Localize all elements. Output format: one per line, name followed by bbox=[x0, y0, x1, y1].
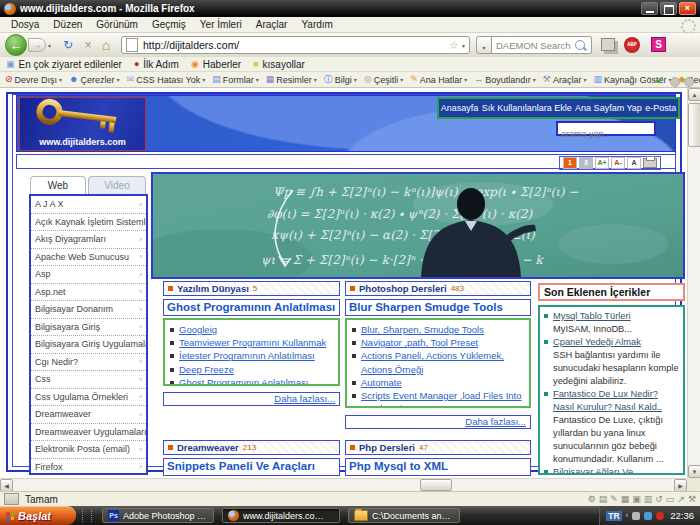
statusbar-icon[interactable]: ⚒ bbox=[688, 494, 696, 504]
sidebar-category-item[interactable]: Bilgisayara Giriş › bbox=[31, 319, 146, 337]
site-search-input[interactable] bbox=[558, 129, 654, 140]
statusbar-icon[interactable]: ▭ bbox=[666, 494, 675, 504]
site-nav-link[interactable]: Ana Sayfam Yap bbox=[575, 103, 642, 113]
tab-video[interactable]: Video bbox=[88, 176, 146, 194]
sidebar-category-item[interactable]: Cgı Nedir? › bbox=[31, 354, 146, 372]
bookmark-item[interactable]: ■ kısayollar bbox=[253, 59, 305, 70]
sidebar-category-item[interactable]: Css Ugulama Örnekleri › bbox=[31, 389, 146, 407]
sidebar-category-item[interactable]: Asp.net › bbox=[31, 284, 146, 302]
close-button[interactable]: × bbox=[679, 2, 696, 15]
taskbar-item-firefox[interactable]: www.dijitalders.com -... bbox=[222, 508, 340, 523]
article-link[interactable]: Blur, Sharpen, Smudge Tools bbox=[361, 323, 527, 336]
latest-item-link[interactable]: Mysql Tablo Türleri bbox=[553, 310, 680, 323]
stop-button[interactable]: × bbox=[80, 37, 96, 53]
webdev-menu-item[interactable]: ⊘ Devre Dışı ▾ bbox=[5, 75, 62, 85]
sidebar-category-item[interactable]: Elektronik Posta (email) › bbox=[31, 441, 146, 459]
print-icon[interactable] bbox=[643, 158, 657, 168]
sidebar-category-item[interactable]: A J A X › bbox=[31, 196, 146, 214]
webdev-menu-item[interactable]: ▤ Formlar ▾ bbox=[212, 75, 259, 85]
site-logo[interactable]: www.dijitalders.com bbox=[19, 97, 146, 151]
article-link[interactable]: Scripts Event Manager ,load Files Into S… bbox=[361, 389, 527, 408]
vertical-scroll-thumb[interactable] bbox=[688, 103, 700, 147]
statusbar-icon[interactable]: ↗ bbox=[677, 494, 685, 504]
statusbar-icon[interactable]: ▤ bbox=[599, 494, 608, 504]
article-link[interactable]: Ghost Programının Anlatılması bbox=[179, 376, 336, 386]
article-link[interactable]: İetester Programının Anlatılması bbox=[179, 349, 336, 362]
back-button[interactable]: ← bbox=[5, 34, 27, 56]
bookmark-item[interactable]: ◉ Haberler bbox=[191, 59, 241, 70]
menu-item[interactable]: Araçlar bbox=[249, 19, 295, 30]
location-bar[interactable]: ☆ ▾ bbox=[121, 36, 470, 54]
latest-item-link[interactable]: Cpanel Yedeği Almak bbox=[553, 336, 680, 349]
bookmark-item[interactable]: ▣ En çok ziyaret edilenler bbox=[6, 59, 122, 70]
menu-item[interactable]: Geçmiş bbox=[145, 19, 193, 30]
scroll-up-arrow[interactable]: ▲ bbox=[688, 88, 700, 101]
webdev-menu-item[interactable]: ⚒ Araçlar ▾ bbox=[543, 75, 587, 85]
menu-item[interactable]: Yer İmleri bbox=[193, 19, 249, 30]
statusbar-icon[interactable]: ✎ bbox=[610, 494, 618, 504]
menu-item[interactable]: Görünüm bbox=[89, 19, 145, 30]
menu-item[interactable]: Düzen bbox=[46, 19, 89, 30]
webdev-menu-item[interactable]: ⓘ Bilgi ▾ bbox=[324, 75, 357, 85]
webdev-menu-item[interactable]: ▦ Resimler ▾ bbox=[266, 75, 317, 85]
home-button[interactable]: ⌂ bbox=[98, 37, 114, 53]
forward-button[interactable]: → bbox=[28, 38, 46, 52]
search-bar[interactable] bbox=[492, 36, 592, 54]
article-title[interactable]: Snippets Paneli Ve Araçları bbox=[163, 458, 340, 476]
article-link[interactable]: Deep Freeze bbox=[179, 363, 336, 376]
statusbar-icon[interactable]: ⚙ bbox=[588, 494, 596, 504]
back-history-dropdown[interactable]: ▾ bbox=[48, 42, 51, 49]
scroll-down-arrow[interactable]: ▼ bbox=[688, 465, 700, 478]
article-link[interactable]: Automate bbox=[361, 376, 527, 389]
article-link[interactable]: Actions Paneli, Actions Yüklemek, Action… bbox=[361, 349, 527, 375]
site-nav-link[interactable]: Anasayfa bbox=[441, 103, 479, 113]
menu-item[interactable]: Dosya bbox=[4, 19, 46, 30]
taskbar-item-photoshop[interactable]: Ps Adobe Photoshop CS... bbox=[102, 508, 214, 523]
article-title[interactable]: Php Mysql to XML bbox=[345, 458, 531, 476]
latest-item-link[interactable]: Fantastico De Lux Nedir? Nasıl Kurulur? … bbox=[553, 388, 680, 414]
webdev-menu-item[interactable]: ◎ Çeşitli ▾ bbox=[364, 75, 403, 85]
site-nav-link[interactable]: Sık Kullanılanlara Ekle bbox=[482, 103, 572, 113]
font-size-control[interactable]: A- bbox=[611, 157, 625, 169]
menu-item[interactable]: Yardım bbox=[294, 19, 340, 30]
bookmark-star-icon[interactable]: ☆ bbox=[449, 39, 459, 52]
font-size-control[interactable]: 3 bbox=[579, 157, 593, 169]
font-size-control[interactable]: 1 bbox=[563, 157, 577, 169]
article-title[interactable]: Blur Sharpen Smudge Tools bbox=[345, 299, 531, 316]
section-category[interactable]: Php Dersleri bbox=[359, 442, 415, 453]
statusbar-icon[interactable]: ▥ bbox=[644, 494, 653, 504]
latest-item-link[interactable]: Bilgisayar Ağları Ve VeriHaberlesmesi bbox=[553, 466, 680, 475]
url-dropdown-icon[interactable]: ▾ bbox=[462, 42, 465, 49]
statusbar-icon[interactable]: ▦ bbox=[621, 494, 630, 504]
font-size-control[interactable]: A+ bbox=[595, 157, 609, 169]
webdev-menu-item[interactable]: ✉ CSS Hatası Yok ▾ bbox=[127, 75, 206, 85]
horizontal-scrollbar[interactable]: ◀ ▶ bbox=[0, 478, 687, 491]
article-title[interactable]: Ghost Programının Anlatılması bbox=[163, 299, 340, 316]
sidebar-category-item[interactable]: Akış Diyagramları › bbox=[31, 231, 146, 249]
vertical-scrollbar[interactable]: ▲ ▼ bbox=[687, 88, 700, 478]
adblock-icon[interactable]: ABP bbox=[624, 37, 640, 53]
section-category[interactable]: Photoshop Dersleri bbox=[359, 283, 447, 294]
language-indicator[interactable]: TR bbox=[606, 511, 621, 521]
article-link[interactable]: Navigator ,path, Tool Preset bbox=[361, 336, 527, 349]
horizontal-scroll-thumb[interactable] bbox=[420, 479, 452, 491]
reload-button[interactable]: ↻ bbox=[60, 37, 76, 53]
section-category[interactable]: Dreamweaver bbox=[177, 442, 239, 453]
tray-chevron-icon[interactable]: › bbox=[626, 511, 629, 520]
minimize-button[interactable] bbox=[641, 2, 658, 15]
sidebar-category-item[interactable]: Açık Kaynak İşletim Sistemleri › bbox=[31, 214, 146, 232]
search-engine-dropdown[interactable]: ▾ bbox=[476, 36, 492, 54]
webdev-menu-item[interactable]: ☻ Çerezler ▾ bbox=[69, 75, 120, 85]
sidebar-category-item[interactable]: Bilgisayara Giriş Uygulamaları › bbox=[31, 336, 146, 354]
sidebar-category-item[interactable]: Firefox › bbox=[31, 459, 146, 476]
statusbar-icon[interactable]: ▣ bbox=[632, 494, 641, 504]
article-link[interactable]: Teamviewer Programını Kullanmak bbox=[179, 336, 336, 349]
site-search-box[interactable] bbox=[556, 121, 656, 136]
sidebar-category-item[interactable]: Dreamweaver › bbox=[31, 406, 146, 424]
sidebar-category-item[interactable]: Bilgisayar Donanım › bbox=[31, 301, 146, 319]
stylish-icon[interactable]: S bbox=[651, 37, 666, 52]
statusbar-icon[interactable]: ↺ bbox=[655, 494, 663, 504]
search-input[interactable] bbox=[492, 40, 575, 51]
sidebar-category-item[interactable]: Apache Web Sunucusu › bbox=[31, 249, 146, 267]
webdev-menu-item[interactable]: ↔ Boyutlandır ▾ bbox=[474, 75, 536, 85]
